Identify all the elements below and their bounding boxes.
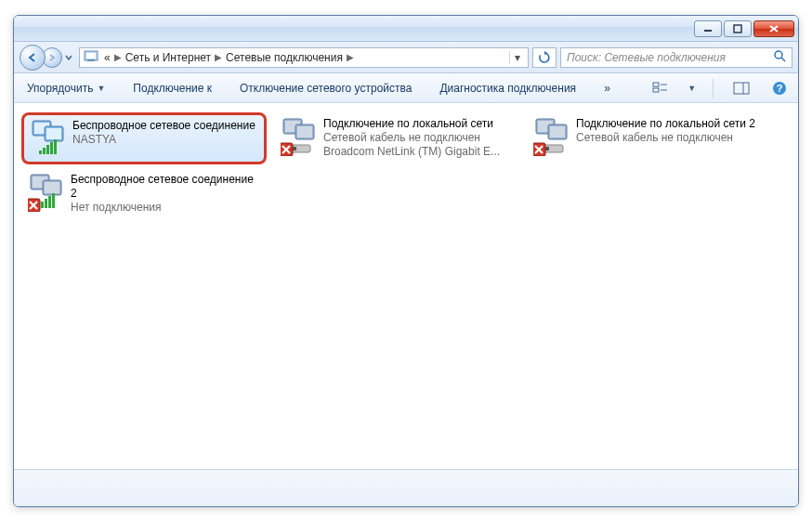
- minimize-button[interactable]: [694, 20, 722, 37]
- svg-rect-23: [46, 145, 49, 154]
- connection-device: Broadcom NetLink (TM) Gigabit E...: [323, 145, 500, 159]
- svg-rect-31: [293, 147, 296, 150]
- svg-rect-51: [48, 196, 51, 208]
- breadcrumb-prefix[interactable]: «: [104, 51, 111, 64]
- chevron-right-icon: ▶: [114, 52, 122, 62]
- svg-rect-24: [50, 142, 53, 154]
- nav-buttons: [20, 45, 59, 71]
- svg-rect-38: [550, 126, 565, 137]
- connection-title: Беспроводное сетевое соединение 2: [71, 173, 260, 201]
- lan-adapter-icon: [533, 117, 570, 156]
- address-bar[interactable]: « ▶ Сеть и Интернет ▶ Сетевые подключени…: [79, 47, 529, 68]
- nav-history-dropdown[interactable]: [62, 45, 75, 71]
- svg-rect-1: [734, 25, 741, 33]
- chevron-down-icon: ▼: [97, 84, 105, 93]
- disable-device-button[interactable]: Отключение сетевого устройства: [234, 75, 417, 101]
- svg-rect-13: [734, 83, 749, 94]
- organize-button[interactable]: Упорядочить▼: [21, 75, 111, 101]
- connection-status: NASTYA: [72, 133, 255, 147]
- svg-rect-50: [45, 199, 47, 208]
- search-icon: [773, 49, 786, 65]
- chevron-right-icon: ▶: [215, 52, 222, 62]
- toolbar-overflow[interactable]: »: [598, 75, 616, 101]
- preview-pane-button[interactable]: [730, 77, 752, 99]
- svg-rect-29: [297, 126, 312, 137]
- address-dropdown[interactable]: ▾: [509, 51, 524, 64]
- connect-to-button[interactable]: Подключение к: [127, 75, 217, 101]
- connection-status: Сетевой кабель не подключен: [576, 131, 755, 145]
- svg-rect-52: [52, 193, 55, 208]
- svg-rect-25: [54, 139, 57, 154]
- status-bar: [14, 469, 798, 506]
- svg-line-8: [781, 58, 785, 61]
- chevron-down-icon[interactable]: ▼: [688, 84, 696, 93]
- window-controls: [694, 20, 794, 37]
- network-folder-icon: [84, 48, 100, 66]
- breadcrumb-level1[interactable]: Сеть и Интернет: [125, 51, 211, 64]
- svg-rect-9: [653, 83, 659, 86]
- svg-rect-47: [45, 182, 59, 193]
- connection-title: Беспроводное сетевое соединение: [72, 119, 255, 133]
- svg-rect-49: [41, 202, 44, 208]
- lan-adapter-icon: [281, 117, 318, 156]
- content-area: Беспроводное сетевое соединение NASTYA П…: [14, 103, 798, 469]
- svg-text:?: ?: [777, 83, 783, 94]
- connection-item[interactable]: Подключение по локальной сети 2 Сетевой …: [527, 112, 772, 164]
- svg-rect-5: [86, 53, 96, 59]
- svg-rect-21: [39, 150, 42, 154]
- svg-rect-20: [46, 128, 61, 139]
- chevron-right-icon: ▶: [347, 52, 354, 62]
- connection-title: Подключение по локальной сети 2: [576, 117, 755, 131]
- wifi-adapter-icon: [30, 119, 67, 158]
- view-mode-button[interactable]: [649, 77, 671, 99]
- svg-rect-6: [87, 59, 95, 61]
- back-button[interactable]: [20, 45, 46, 71]
- svg-rect-40: [545, 147, 549, 150]
- svg-point-7: [775, 51, 782, 59]
- connection-status: Сетевой кабель не подключен: [323, 131, 500, 145]
- wifi-adapter-icon: [28, 173, 65, 212]
- connections-list: Беспроводное сетевое соединение NASTYA П…: [21, 112, 791, 219]
- maximize-button[interactable]: [724, 20, 752, 37]
- help-button[interactable]: ?: [769, 77, 791, 99]
- connection-item[interactable]: Беспроводное сетевое соединение NASTYA: [21, 112, 267, 164]
- connection-title: Подключение по локальной сети: [323, 117, 500, 131]
- refresh-button[interactable]: [532, 47, 557, 68]
- address-row: « ▶ Сеть и Интернет ▶ Сетевые подключени…: [14, 42, 798, 73]
- diagnostics-button[interactable]: Диагностика подключения: [434, 75, 582, 101]
- connection-item[interactable]: Беспроводное сетевое соединение 2 Нет по…: [21, 168, 267, 219]
- breadcrumb-level2[interactable]: Сетевые подключения: [226, 51, 343, 64]
- titlebar: [14, 16, 798, 42]
- svg-rect-10: [653, 88, 659, 92]
- close-button[interactable]: [753, 20, 794, 37]
- svg-rect-22: [43, 148, 46, 154]
- search-placeholder: Поиск: Сетевые подключения: [567, 51, 726, 64]
- toolbar: Упорядочить▼ Подключение к Отключение се…: [14, 73, 798, 103]
- search-input[interactable]: Поиск: Сетевые подключения: [560, 47, 792, 68]
- explorer-window: « ▶ Сеть и Интернет ▶ Сетевые подключени…: [13, 15, 799, 507]
- connection-item[interactable]: Подключение по локальной сети Сетевой ка…: [274, 112, 519, 164]
- connection-status: Нет подключения: [71, 201, 260, 215]
